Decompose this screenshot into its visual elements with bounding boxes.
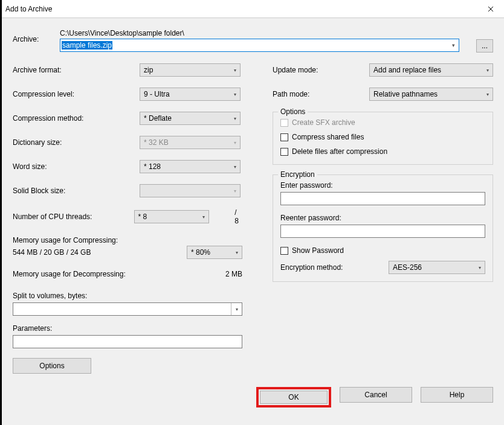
word-size-label: Word size:: [13, 162, 140, 171]
mem-compress-value: 544 MB / 20 GB / 24 GB: [13, 248, 187, 257]
chevron-down-icon: ▾: [486, 68, 489, 73]
chevron-down-icon: ▾: [234, 140, 236, 145]
checkbox-icon: [280, 133, 288, 141]
chevron-down-icon: ▾: [234, 116, 236, 121]
right-column: Update mode: Add and replace files ▾ Pat…: [273, 63, 493, 374]
help-button[interactable]: Help: [421, 387, 493, 403]
browse-button[interactable]: ...: [476, 39, 493, 53]
cpu-threads-label: Number of CPU threads:: [13, 212, 134, 221]
chevron-down-icon: ▾: [486, 92, 489, 97]
enter-password-input[interactable]: [280, 192, 485, 205]
update-mode-label: Update mode:: [273, 66, 369, 74]
chevron-down-icon: ▾: [231, 303, 242, 315]
cpu-threads-max: / 8: [234, 208, 242, 225]
path-mode-label: Path mode:: [273, 90, 369, 98]
chevron-down-icon: ▾: [234, 164, 236, 170]
cancel-button[interactable]: Cancel: [340, 387, 412, 403]
mem-compress-label: Memory usage for Compressing:: [13, 236, 242, 244]
dialog-footer: OK Cancel Help: [2, 380, 504, 417]
reenter-password-input[interactable]: [280, 225, 485, 238]
checkbox-icon: [280, 148, 288, 156]
parameters-label: Parameters:: [13, 324, 242, 333]
compress-shared-checkbox[interactable]: Compress shared files: [280, 133, 485, 141]
options-fieldset: Options Create SFX archive Compress shar…: [273, 112, 493, 165]
compression-level-label: Compression level:: [13, 90, 140, 98]
mem-compress-select[interactable]: * 80% ▾: [187, 246, 242, 259]
path-mode-select[interactable]: Relative pathnames ▾: [369, 88, 493, 101]
mem-decompress-value: 2 MB: [206, 270, 242, 278]
chevron-down-icon: ▾: [452, 42, 455, 48]
mem-decompress-label: Memory usage for Decompressing:: [13, 270, 206, 278]
close-button[interactable]: [477, 0, 504, 18]
encryption-method-select[interactable]: AES-256 ▾: [389, 261, 485, 274]
dictionary-size-select: * 32 KB ▾: [140, 136, 241, 149]
compression-method-select[interactable]: * Deflate ▾: [140, 112, 241, 125]
checkbox-icon: [280, 247, 288, 255]
archive-row: Archive: C:\Users\Vince\Desktop\sample f…: [13, 29, 493, 53]
archive-label: Archive:: [13, 29, 60, 43]
solid-block-label: Solid Block size:: [13, 187, 140, 195]
left-column: Archive format: zip ▾ Compression level:…: [13, 63, 242, 374]
show-password-checkbox[interactable]: Show Password: [280, 246, 485, 255]
archive-folder-path: C:\Users\Vince\Desktop\sample folder\: [60, 29, 459, 37]
chevron-down-icon: ▾: [236, 250, 238, 255]
checkbox-icon: [280, 119, 288, 127]
options-button[interactable]: Options: [13, 358, 91, 374]
split-volumes-combo[interactable]: ▾: [13, 302, 242, 316]
chevron-down-icon: ▾: [234, 92, 236, 97]
dictionary-size-label: Dictionary size:: [13, 138, 140, 147]
solid-block-select: ▾: [140, 184, 241, 197]
encryption-method-label: Encryption method:: [280, 263, 389, 272]
create-sfx-checkbox: Create SFX archive: [280, 118, 485, 127]
split-volumes-label: Split to volumes, bytes:: [13, 292, 242, 300]
archive-path-box: C:\Users\Vince\Desktop\sample folder\ sa…: [60, 29, 459, 52]
archive-filename-combo[interactable]: sample files.zip ▾: [60, 39, 459, 52]
update-mode-select[interactable]: Add and replace files ▾: [369, 63, 493, 77]
window-title: Add to Archive: [5, 5, 52, 13]
titlebar: Add to Archive: [2, 0, 504, 18]
archive-format-select[interactable]: zip ▾: [140, 63, 241, 77]
browse-label: ...: [482, 42, 488, 50]
ok-highlight: OK: [256, 387, 331, 407]
chevron-down-icon: ▾: [202, 214, 205, 220]
delete-after-checkbox[interactable]: Delete files after compression: [280, 147, 485, 156]
parameters-input[interactable]: [13, 335, 242, 348]
cpu-threads-select[interactable]: * 8 ▾: [134, 210, 210, 223]
encryption-legend: Encryption: [278, 170, 317, 179]
word-size-select[interactable]: * 128 ▾: [140, 160, 241, 173]
enter-password-label: Enter password:: [280, 181, 485, 190]
close-icon: [488, 6, 494, 12]
chevron-down-icon: ▾: [234, 68, 236, 73]
encryption-fieldset: Encryption Enter password: Reenter passw…: [273, 174, 493, 282]
compression-level-select[interactable]: 9 - Ultra ▾: [140, 88, 241, 101]
dialog-body: Archive: C:\Users\Vince\Desktop\sample f…: [2, 18, 504, 380]
chevron-down-icon: ▾: [234, 188, 236, 194]
ok-button[interactable]: OK: [260, 391, 328, 404]
archive-format-label: Archive format:: [13, 66, 140, 74]
archive-filename-selected: sample files.zip: [62, 41, 112, 50]
reenter-password-label: Reenter password:: [280, 214, 485, 222]
compression-method-label: Compression method:: [13, 114, 140, 123]
chevron-down-icon: ▾: [479, 265, 481, 270]
options-legend: Options: [278, 107, 308, 116]
